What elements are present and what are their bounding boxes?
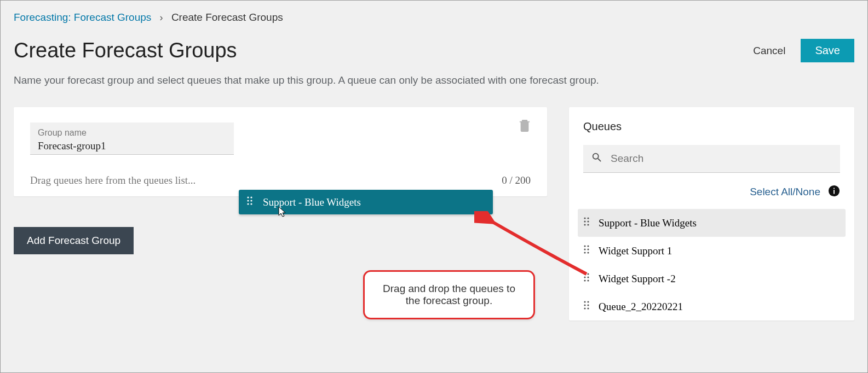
svg-point-11 bbox=[584, 248, 585, 250]
page-description: Name your forecast group and select queu… bbox=[14, 74, 854, 86]
svg-point-31 bbox=[247, 203, 249, 205]
svg-point-15 bbox=[584, 273, 585, 275]
queue-item[interactable]: Support - Blue Widgets bbox=[578, 209, 846, 237]
svg-point-27 bbox=[247, 196, 249, 198]
drag-handle-icon[interactable] bbox=[583, 300, 590, 313]
svg-point-29 bbox=[247, 200, 249, 201]
queue-search-input[interactable] bbox=[611, 153, 832, 165]
queue-list: Support - Blue Widgets Widget Support 1 … bbox=[583, 209, 840, 320]
delete-group-icon[interactable] bbox=[519, 118, 531, 135]
drag-handle-icon[interactable] bbox=[583, 244, 590, 257]
svg-point-10 bbox=[587, 245, 589, 247]
svg-point-28 bbox=[250, 196, 252, 198]
svg-point-24 bbox=[587, 304, 589, 306]
svg-point-3 bbox=[584, 217, 585, 219]
svg-point-12 bbox=[587, 248, 589, 250]
add-forecast-group-button[interactable]: Add Forecast Group bbox=[14, 227, 134, 254]
breadcrumb-separator-icon: › bbox=[160, 12, 163, 23]
queue-counter: 0 / 200 bbox=[502, 174, 531, 186]
svg-point-21 bbox=[584, 301, 585, 302]
cursor-icon bbox=[277, 206, 288, 220]
queue-item[interactable]: Queue_2_20220221 bbox=[578, 293, 846, 320]
queues-panel: Queues Select All/None Support - Blue Wi… bbox=[569, 107, 854, 320]
svg-point-6 bbox=[587, 220, 589, 222]
forecast-group-card: Group name Drag queues here from the que… bbox=[14, 107, 547, 196]
svg-point-19 bbox=[584, 279, 585, 281]
svg-point-22 bbox=[587, 301, 589, 302]
group-name-label: Group name bbox=[38, 128, 226, 138]
svg-point-23 bbox=[584, 304, 585, 306]
svg-point-16 bbox=[587, 273, 589, 275]
page-title: Create Forecast Groups bbox=[14, 39, 237, 62]
group-name-input[interactable] bbox=[38, 140, 226, 152]
svg-point-25 bbox=[584, 307, 585, 309]
drag-handle-icon[interactable] bbox=[583, 217, 590, 229]
svg-point-18 bbox=[587, 276, 589, 278]
queue-item[interactable]: Widget Support 1 bbox=[578, 237, 846, 265]
annotation-tooltip: Drag and drop the queues to the forecast… bbox=[363, 270, 535, 319]
svg-rect-2 bbox=[833, 188, 835, 189]
queue-item-label: Widget Support -2 bbox=[599, 273, 676, 285]
drop-zone-hint[interactable]: Drag queues here from the queues list... bbox=[30, 174, 196, 186]
queue-item[interactable]: Widget Support -2 bbox=[578, 265, 846, 293]
svg-point-17 bbox=[584, 276, 585, 278]
svg-point-4 bbox=[587, 217, 589, 219]
breadcrumb: Forecasting: Forecast Groups › Create Fo… bbox=[14, 11, 854, 24]
svg-point-13 bbox=[584, 252, 585, 253]
drag-handle-icon[interactable] bbox=[583, 272, 590, 285]
info-icon[interactable] bbox=[828, 185, 840, 199]
svg-point-8 bbox=[587, 224, 589, 225]
breadcrumb-current: Create Forecast Groups bbox=[171, 11, 283, 23]
svg-point-14 bbox=[587, 252, 589, 253]
svg-point-7 bbox=[584, 224, 585, 225]
drag-handle-icon bbox=[246, 196, 253, 208]
breadcrumb-parent-link[interactable]: Forecasting: Forecast Groups bbox=[14, 11, 151, 23]
save-button[interactable]: Save bbox=[801, 39, 854, 62]
svg-point-26 bbox=[587, 307, 589, 309]
queue-item-label: Queue_2_20220221 bbox=[599, 301, 683, 313]
queue-item-label: Support - Blue Widgets bbox=[599, 217, 697, 229]
search-icon bbox=[591, 151, 603, 166]
svg-point-5 bbox=[584, 220, 585, 222]
cancel-button[interactable]: Cancel bbox=[753, 45, 785, 57]
svg-point-9 bbox=[584, 245, 585, 247]
select-all-none-link[interactable]: Select All/None bbox=[750, 186, 820, 198]
svg-point-20 bbox=[587, 279, 589, 281]
queues-panel-title: Queues bbox=[583, 120, 840, 133]
svg-rect-1 bbox=[833, 190, 835, 194]
svg-point-30 bbox=[250, 200, 252, 201]
queue-item-label: Widget Support 1 bbox=[599, 245, 672, 257]
svg-point-32 bbox=[250, 203, 252, 205]
